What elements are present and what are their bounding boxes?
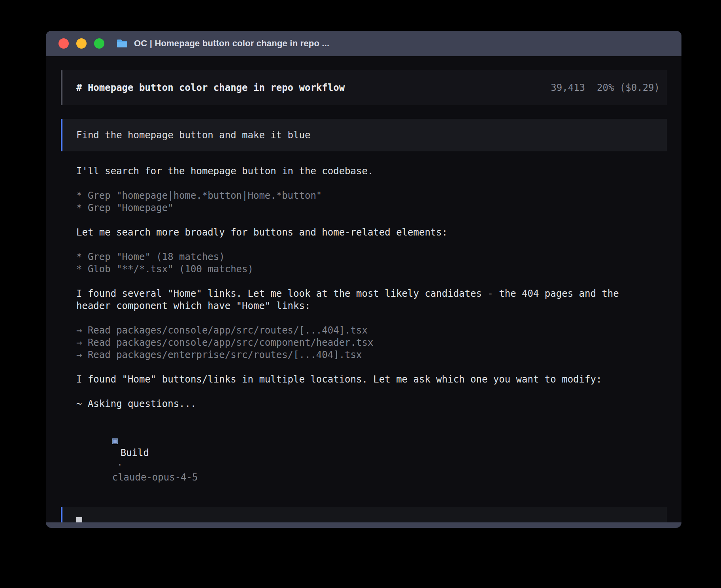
agent-name: Build <box>121 447 149 458</box>
context-cost: 20% ($0.29) <box>597 82 660 94</box>
text-cursor <box>76 517 82 522</box>
tool-call-line: * Glob "**/*.tsx" (100 matches) <box>76 263 643 275</box>
assistant-text-block: ~ Asking questions... <box>76 398 643 410</box>
terminal-content: # Homepage button color change in repo w… <box>46 56 681 522</box>
token-count: 39,413 <box>551 82 585 94</box>
tool-call-line: → Read packages/console/app/src/componen… <box>76 337 643 349</box>
tool-call-block: * Grep "homepage|home.*button|Home.*butt… <box>76 190 643 214</box>
tool-call-line: → Read packages/enterprise/src/routes/[.… <box>76 349 643 361</box>
minimize-button[interactable] <box>76 38 87 49</box>
assistant-text-line: ~ Asking questions... <box>76 398 643 410</box>
window-title-group: OC | Homepage button color change in rep… <box>116 38 329 49</box>
tool-call-block: → Read packages/console/app/src/routes/[… <box>76 324 643 361</box>
window-titlebar: OC | Homepage button color change in rep… <box>46 31 681 56</box>
traffic-lights <box>59 38 104 49</box>
assistant-text-block: I found several "Home" links. Let me loo… <box>76 288 643 312</box>
tool-call-line: * Grep "homepage|home.*button|Home.*butt… <box>76 190 643 202</box>
zoom-button[interactable] <box>94 38 104 49</box>
assistant-text-line: Let me search more broadly for buttons a… <box>76 226 643 239</box>
session-meta: 39,413 20% ($0.29) <box>551 82 660 94</box>
assistant-text-line: I found "Home" buttons/links in multiple… <box>76 373 643 386</box>
window-title: OC | Homepage button color change in rep… <box>134 38 329 49</box>
tool-call-line: * Grep "Homepage" <box>76 202 643 214</box>
session-title: # Homepage button color change in repo w… <box>76 82 345 94</box>
close-button[interactable] <box>59 38 69 49</box>
assistant-text-line: I found several "Home" links. Let me loo… <box>76 288 643 312</box>
user-message-text: Find the homepage button and make it blu… <box>76 129 310 141</box>
input-cursor-line <box>76 517 660 522</box>
agent-separator: · <box>117 460 123 471</box>
assistant-text-block: I'll search for the homepage button in t… <box>76 165 643 177</box>
folder-icon <box>116 39 128 48</box>
tool-call-block: * Grep "Home" (18 matches)* Glob "**/*.t… <box>76 251 643 275</box>
assistant-text-block: I found "Home" buttons/links in multiple… <box>76 373 643 386</box>
agent-icon: ▣ <box>112 435 118 446</box>
assistant-text-block: Let me search more broadly for buttons a… <box>76 226 643 239</box>
terminal-window: OC | Homepage button color change in rep… <box>46 31 681 528</box>
session-header: # Homepage button color change in repo w… <box>61 70 667 105</box>
user-message: Find the homepage button and make it blu… <box>61 119 667 151</box>
assistant-text-line: I'll search for the homepage button in t… <box>76 165 643 177</box>
agent-status-line: ▣ Build · claude-opus-4-5 <box>61 422 667 496</box>
conversation-transcript: I'll search for the homepage button in t… <box>61 165 667 422</box>
tool-call-line: * Grep "Home" (18 matches) <box>76 251 643 263</box>
agent-model-name: claude-opus-4-5 <box>112 472 198 483</box>
tool-call-line: → Read packages/console/app/src/routes/[… <box>76 324 643 337</box>
prompt-input[interactable]: Build Claude Opus 4.5 OpenCode Zen <box>61 507 667 522</box>
